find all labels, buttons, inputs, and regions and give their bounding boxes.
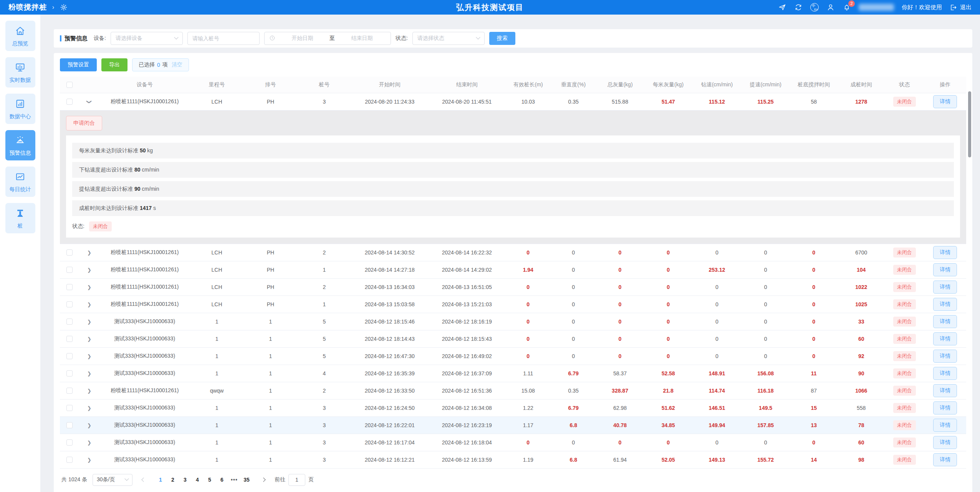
refresh-icon[interactable] [794,3,803,12]
row-checkbox[interactable] [66,336,73,342]
next-page-button[interactable] [258,474,269,485]
status-tag: 未闭合 [893,299,916,309]
prev-page-button[interactable] [138,474,149,485]
expand-icon[interactable]: ❯ [87,388,91,394]
cell: 21.8 [644,382,693,399]
pager-more[interactable]: ••• [228,474,240,485]
logout-button[interactable]: 退出 [950,4,972,11]
section-title: 预警信息 [60,35,88,42]
cell: 0.35 [551,93,596,110]
status-select[interactable]: 请选择状态 [412,32,485,45]
select-all-checkbox[interactable] [66,82,73,88]
search-button[interactable]: 搜索 [489,32,515,45]
sidebar-item-warnings[interactable]: 预警信息 [5,130,35,160]
expand-icon[interactable]: ❯ [87,302,91,307]
bell-icon[interactable]: 2 [843,3,851,12]
page-number[interactable]: 1 [155,474,166,485]
expand-icon[interactable]: ❯ [87,267,91,273]
row-checkbox[interactable] [66,439,73,446]
expand-icon[interactable]: ❯ [87,319,91,325]
page-number[interactable]: 6 [216,474,228,485]
expand-icon[interactable]: ❯ [87,250,91,256]
cell: 3 [297,399,351,416]
row-checkbox[interactable] [66,405,73,411]
expand-icon[interactable]: ❯ [87,405,91,411]
sidebar-item-pile[interactable]: 桩 [5,203,35,233]
table-row: ❯测试333(HSKJ10000633)1152024-08-12 16:47:… [60,347,966,365]
row-checkbox[interactable] [66,284,73,290]
pile-number-field[interactable] [187,32,260,45]
sidebar-item-daily-stats[interactable]: 每日统计 [5,167,35,197]
page-number[interactable]: 35 [241,474,252,485]
expand-icon[interactable]: ❯ [86,100,92,104]
warning-settings-button[interactable]: 预警设置 [60,58,97,71]
sidebar-item-overview[interactable]: 总预览 [5,21,35,51]
expand-icon[interactable]: ❯ [87,284,91,290]
cell: 2024-08-12 16:49:02 [428,347,505,365]
row-checkbox[interactable] [66,422,73,428]
vertical-scrollbar[interactable] [968,91,971,157]
send-message-icon[interactable] [778,3,786,12]
cell: 0 [551,347,596,365]
table-row: ❯测试333(HSKJ10000633)1132024-08-12 16:24:… [60,399,966,416]
user-icon[interactable] [826,3,835,12]
row-checkbox[interactable] [66,301,73,307]
detail-button[interactable]: 详情 [933,315,957,328]
expand-icon[interactable]: ❯ [87,371,91,376]
cell: 2 [297,278,351,296]
column-header: 钻速(cm/min) [693,77,742,93]
pile-number-input[interactable] [192,35,255,41]
row-checkbox[interactable] [66,370,73,376]
expand-icon[interactable]: ❯ [87,440,91,446]
row-checkbox[interactable] [66,319,73,325]
apply-close-button[interactable]: 申请闭合 [66,116,102,130]
detail-button[interactable]: 详情 [933,419,957,432]
sidebar-item-realtime[interactable]: 实时数据 [5,57,35,88]
language-icon[interactable]: 中 En [810,3,819,12]
cell: 1 [190,313,244,330]
app-title: 粉喷搅拌桩 [8,2,47,12]
cell: 2024-08-12 18:15:46 [351,313,428,330]
detail-button[interactable]: 详情 [933,367,957,380]
page-number[interactable]: 3 [179,474,191,485]
detail-button[interactable]: 详情 [933,332,957,345]
selection-info: 已选择 0 项 清空 [132,58,189,71]
row-checkbox[interactable] [66,388,73,394]
sidebar-item-datacenter[interactable]: 数据中心 [5,94,35,124]
page-number[interactable]: 4 [192,474,203,485]
detail-button[interactable]: 详情 [933,384,957,397]
table-row: ❯测试333(HSKJ10000633)1152024-08-12 18:15:… [60,313,966,330]
expand-icon[interactable]: ❯ [87,336,91,342]
expand-icon[interactable]: ❯ [87,353,91,359]
row-checkbox[interactable] [66,267,73,273]
page-size-select[interactable]: 30条/页 [93,474,132,486]
export-button[interactable]: 导出 [101,58,127,71]
monitor-chart-icon [15,62,25,73]
date-range-picker[interactable]: 开始日期 至 结束日期 [264,32,391,45]
page-number[interactable]: 5 [204,474,215,485]
page-number[interactable]: 2 [167,474,179,485]
goto-page-input[interactable] [288,474,305,486]
detail-button[interactable]: 详情 [933,298,957,311]
clear-selection-button[interactable]: 清空 [172,61,182,68]
detail-button[interactable]: 详情 [933,350,957,363]
row-checkbox[interactable] [66,457,73,463]
detail-button[interactable]: 详情 [933,436,957,449]
cell: 149.94 [693,416,742,434]
detail-button[interactable]: 详情 [933,453,957,466]
expand-icon[interactable]: ❯ [87,423,91,428]
row-checkbox[interactable] [66,99,73,105]
cell: 6.79 [551,365,596,382]
expand-icon[interactable]: ❯ [87,457,91,463]
device-select[interactable]: 请选择设备 [111,32,183,45]
status-tag: 未闭合 [893,351,916,361]
detail-button[interactable]: 详情 [933,95,957,108]
detail-button[interactable]: 详情 [933,281,957,294]
cell: 156.08 [741,365,790,382]
detail-button[interactable]: 详情 [933,246,957,259]
row-checkbox[interactable] [66,353,73,359]
detail-button[interactable]: 详情 [933,263,957,276]
gear-icon[interactable] [60,3,68,12]
detail-button[interactable]: 详情 [933,401,957,414]
row-checkbox[interactable] [66,249,73,256]
